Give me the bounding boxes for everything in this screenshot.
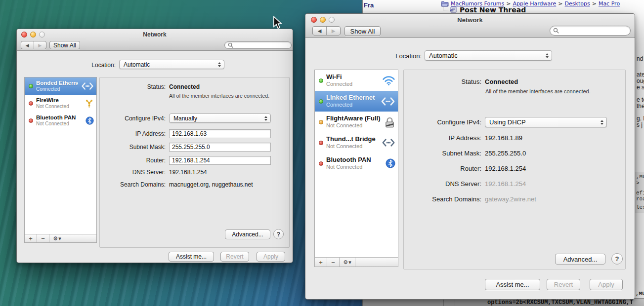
configure-ipv4-value: Using DHCP	[489, 118, 526, 126]
ip-address-field[interactable]: 192.168.1.63	[169, 129, 271, 138]
configure-ipv4-label: Configure IPv4:	[404, 118, 481, 126]
location-popup[interactable]: Automatic	[119, 60, 224, 69]
page-text-fragment: ate	[637, 71, 644, 78]
configure-ipv4-popup[interactable]: Manually	[169, 114, 271, 123]
router-label: Router:	[100, 157, 166, 164]
minimize-button[interactable]	[320, 17, 326, 23]
sidebar-item-wifi[interactable]: Wi-Fi Connected	[315, 70, 398, 91]
location-value: Automatic	[124, 61, 150, 68]
forward-button[interactable]: ▶	[34, 41, 46, 49]
configure-ipv4-popup[interactable]: Using DHCP	[485, 117, 607, 127]
sidebar-item-bonded-ethernet[interactable]: Bonded Ethernet Connected	[25, 77, 96, 95]
revert-button[interactable]: Revert	[547, 279, 580, 290]
sidebar-item-firewire[interactable]: FireWire Not Connected	[25, 95, 96, 112]
list-toolbar: + − ⚙▾	[315, 257, 398, 267]
zoom-button[interactable]	[329, 17, 335, 23]
search-domains-label: Search Domains:	[404, 195, 481, 203]
ip-address-value: 192.168.1.89	[485, 134, 522, 142]
lock-icon	[384, 116, 395, 128]
window-controls	[21, 32, 45, 38]
search-icon	[228, 42, 234, 48]
advanced-button[interactable]: Advanced...	[555, 254, 605, 265]
search-field[interactable]	[550, 26, 631, 36]
console-output-line: options=2b<RXCSUM,TXCSUM,VLAN_HWTAGGING,…	[487, 299, 633, 306]
dns-server-label: DNS Server:	[404, 180, 481, 188]
post-new-thread-link[interactable]: Post New Thread	[460, 6, 526, 14]
window-controls	[311, 17, 335, 23]
status-dot-orange	[319, 120, 323, 124]
back-button[interactable]: ◀	[313, 27, 326, 35]
router-field[interactable]: 192.168.1.254	[169, 156, 271, 165]
configure-ipv4-value: Manually	[173, 115, 197, 122]
page-text-fragment: oug	[637, 77, 644, 84]
popup-stepper-icon	[264, 116, 267, 121]
search-field[interactable]	[224, 41, 292, 49]
location-popup[interactable]: Automatic	[425, 50, 552, 61]
code-text-fragment: lex	[636, 204, 644, 210]
apply-button[interactable]: Apply	[590, 279, 623, 290]
location-value: Automatic	[429, 52, 458, 59]
minimize-button[interactable]	[30, 32, 36, 38]
subnet-mask-label: Subnet Mask:	[404, 150, 481, 157]
status-note: All of the member interfaces are connect…	[169, 93, 269, 99]
router-value: 192.168.1.254	[485, 165, 526, 172]
gear-icon: ⚙	[343, 259, 348, 266]
page-text-fragment: s j	[637, 121, 643, 128]
show-all-button[interactable]: Show All	[49, 41, 80, 49]
remove-interface-button[interactable]: −	[327, 258, 340, 267]
list-toolbar: + − ⚙▾	[25, 234, 96, 242]
assist-me-button[interactable]: Assist me...	[485, 279, 540, 290]
post-new-thread-icon	[449, 6, 458, 13]
sidebar-item-bluetooth-pan[interactable]: Bluetooth PAN Not Connected	[315, 153, 398, 174]
console-text-fragment: ,MU	[636, 291, 644, 297]
help-button[interactable]: ?	[273, 229, 284, 239]
sidebar-item-linked-ethernet[interactable]: Linked Ethernet Connected	[315, 91, 398, 112]
sidebar-item-flightaware[interactable]: FlightAware (Full) Not Connected	[315, 112, 398, 132]
status-dot-red	[319, 161, 323, 166]
popup-stepper-icon	[601, 120, 603, 125]
advanced-button[interactable]: Advanced...	[225, 230, 270, 239]
ethernet-icon	[381, 97, 395, 106]
sidebar-item-bluetooth-pan[interactable]: Bluetooth PAN Not Connected	[25, 112, 96, 129]
status-value: Connected	[485, 78, 518, 85]
gear-menu-button[interactable]: ⚙▾	[340, 258, 355, 267]
remove-interface-button[interactable]: −	[37, 234, 49, 242]
breadcrumb-link-desktops[interactable]: Desktops	[565, 0, 590, 7]
apply-button[interactable]: Apply	[257, 252, 285, 262]
interface-detail-panel: Status: Connected All of the member inte…	[99, 77, 290, 248]
status-dot-green	[319, 78, 323, 83]
status-value: Connected	[169, 83, 200, 90]
browser-title-fragment: Fra	[364, 1, 374, 9]
close-button[interactable]	[311, 17, 317, 23]
window-chrome: Network ◀ ▶ Show All	[305, 14, 635, 38]
caret-down-icon: ▾	[58, 235, 61, 242]
gear-menu-button[interactable]: ⚙▾	[49, 234, 65, 242]
subnet-mask-field[interactable]: 255.255.255.0	[169, 143, 271, 152]
network-window-right: Network ◀ ▶ Show All Location: Automatic…	[305, 13, 635, 300]
breadcrumb-separator: >	[558, 0, 562, 7]
code-block-fragment: ,MU > efi roa lex	[635, 172, 644, 213]
subnet-mask-label: Subnet Mask:	[100, 144, 166, 151]
ethernet-icon	[81, 82, 94, 90]
add-interface-button[interactable]: +	[315, 258, 327, 267]
firewire-icon	[85, 99, 94, 108]
help-button[interactable]: ?	[611, 253, 623, 265]
router-label: Router:	[404, 165, 481, 172]
back-button[interactable]: ◀	[21, 41, 34, 49]
code-text-fragment: efi	[636, 190, 644, 196]
dns-server-label: DNS Server:	[100, 169, 166, 176]
zoom-button[interactable]	[39, 32, 45, 38]
close-button[interactable]	[21, 32, 27, 38]
interface-list: Bonded Ethernet Connected FireWire Not C…	[24, 77, 97, 243]
code-text-fragment: >	[636, 180, 640, 186]
nav-buttons: ◀ ▶	[312, 26, 341, 36]
interface-detail-panel: Status: Connected All of the member inte…	[403, 70, 626, 269]
forward-button[interactable]: ▶	[326, 27, 340, 35]
revert-button[interactable]: Revert	[220, 252, 249, 262]
nav-buttons: ◀ ▶	[21, 41, 46, 49]
add-interface-button[interactable]: +	[25, 234, 37, 242]
sidebar-item-thunderbolt-bridge[interactable]: Thund...t Bridge Not Connected	[315, 132, 398, 153]
breadcrumb-link-mac-pro[interactable]: Mac Pro	[599, 0, 620, 7]
assist-me-button[interactable]: Assist me...	[169, 252, 214, 262]
show-all-button[interactable]: Show All	[344, 26, 381, 36]
